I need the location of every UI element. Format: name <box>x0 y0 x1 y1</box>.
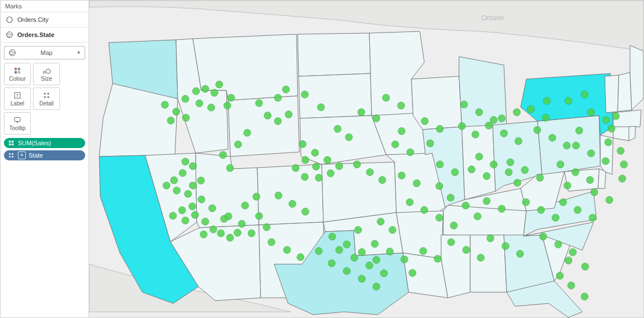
city-point[interactable] <box>536 174 544 181</box>
city-point[interactable] <box>591 188 598 196</box>
city-point[interactable] <box>268 238 275 246</box>
city-point[interactable] <box>576 127 583 134</box>
city-point[interactable] <box>521 167 529 174</box>
city-point[interactable] <box>447 238 455 246</box>
city-point[interactable] <box>207 104 215 111</box>
city-point[interactable] <box>619 175 626 182</box>
state-alabama[interactable] <box>470 235 507 292</box>
city-point[interactable] <box>312 163 319 170</box>
city-point[interactable] <box>312 149 319 156</box>
city-point[interactable] <box>292 164 299 172</box>
city-point[interactable] <box>216 81 223 88</box>
city-point[interactable] <box>302 156 309 164</box>
city-point[interactable] <box>328 260 335 267</box>
city-point[interactable] <box>485 122 493 129</box>
city-point[interactable] <box>436 161 443 168</box>
city-point[interactable] <box>434 255 441 262</box>
city-point[interactable] <box>179 169 186 177</box>
city-point[interactable] <box>472 131 479 138</box>
city-point[interactable] <box>602 158 609 165</box>
city-point[interactable] <box>564 182 571 189</box>
city-point[interactable] <box>549 134 556 141</box>
city-point[interactable] <box>301 91 308 98</box>
city-point[interactable] <box>379 176 386 183</box>
city-point[interactable] <box>513 109 521 116</box>
city-point[interactable] <box>297 254 304 261</box>
city-point[interactable] <box>242 202 249 209</box>
city-point[interactable] <box>398 127 405 135</box>
city-point[interactable] <box>409 269 416 276</box>
pill-state[interactable]: + State <box>4 150 85 160</box>
city-point[interactable] <box>196 100 203 107</box>
city-point[interactable] <box>589 214 596 222</box>
city-point[interactable] <box>397 102 405 109</box>
city-point[interactable] <box>373 256 380 264</box>
layer-city[interactable]: Orders.City <box>1 12 89 27</box>
mark-type-dropdown[interactable]: Map ▼ <box>4 46 85 59</box>
city-point[interactable] <box>184 190 192 197</box>
map-view[interactable]: Ontario <box>89 1 643 317</box>
city-point[interactable] <box>169 212 177 219</box>
city-point[interactable] <box>490 161 497 168</box>
city-point[interactable] <box>373 283 380 290</box>
city-point[interactable] <box>581 293 589 300</box>
city-point[interactable] <box>197 177 205 184</box>
city-point[interactable] <box>608 125 615 132</box>
city-point[interactable] <box>373 114 380 122</box>
city-point[interactable] <box>228 94 235 102</box>
city-point[interactable] <box>226 234 234 241</box>
city-point[interactable] <box>209 205 216 212</box>
city-point[interactable] <box>587 109 595 116</box>
city-point[interactable] <box>301 173 308 181</box>
city-point[interactable] <box>189 182 197 189</box>
city-point[interactable] <box>413 179 420 187</box>
city-point[interactable] <box>612 113 619 120</box>
state-vermont[interactable] <box>605 75 619 113</box>
state-new-hampshire[interactable] <box>618 72 632 112</box>
card-detail[interactable]: Detail <box>33 87 60 110</box>
city-point[interactable] <box>501 130 508 137</box>
city-point[interactable] <box>225 213 232 220</box>
city-point[interactable] <box>435 182 443 190</box>
city-point[interactable] <box>398 172 405 179</box>
city-point[interactable] <box>617 147 624 154</box>
city-point[interactable] <box>538 206 545 214</box>
city-point[interactable] <box>244 129 251 136</box>
city-point[interactable] <box>483 172 490 179</box>
city-point[interactable] <box>299 141 306 148</box>
city-point[interactable] <box>328 233 336 240</box>
city-point[interactable] <box>514 179 521 186</box>
state-tennessee[interactable] <box>443 205 526 236</box>
city-point[interactable] <box>191 211 198 219</box>
city-point[interactable] <box>507 159 514 166</box>
city-point[interactable] <box>483 197 490 205</box>
city-point[interactable] <box>226 164 234 172</box>
city-point[interactable] <box>161 101 169 108</box>
city-point[interactable] <box>377 218 384 225</box>
city-point[interactable] <box>468 166 475 173</box>
state-north-dakota[interactable] <box>298 33 370 76</box>
city-point[interactable] <box>366 262 373 269</box>
state-wisconsin[interactable] <box>411 76 462 130</box>
city-point[interactable] <box>557 161 564 168</box>
city-point[interactable] <box>336 246 343 254</box>
city-point[interactable] <box>358 248 365 256</box>
city-point[interactable] <box>450 222 457 229</box>
city-point[interactable] <box>275 192 282 199</box>
city-point[interactable] <box>563 142 571 149</box>
city-point[interactable] <box>315 174 322 181</box>
city-point[interactable] <box>182 217 189 224</box>
city-point[interactable] <box>435 214 443 222</box>
card-size[interactable]: Size <box>33 63 60 85</box>
city-point[interactable] <box>389 226 396 233</box>
city-point[interactable] <box>224 102 231 109</box>
state-connecticut[interactable] <box>613 125 630 141</box>
city-point[interactable] <box>334 125 341 132</box>
city-point[interactable] <box>559 199 567 206</box>
city-point[interactable] <box>542 114 549 121</box>
city-point[interactable] <box>202 85 209 93</box>
city-point[interactable] <box>568 282 575 289</box>
city-point[interactable] <box>189 163 197 170</box>
city-point[interactable] <box>460 101 467 108</box>
city-point[interactable] <box>343 268 350 275</box>
